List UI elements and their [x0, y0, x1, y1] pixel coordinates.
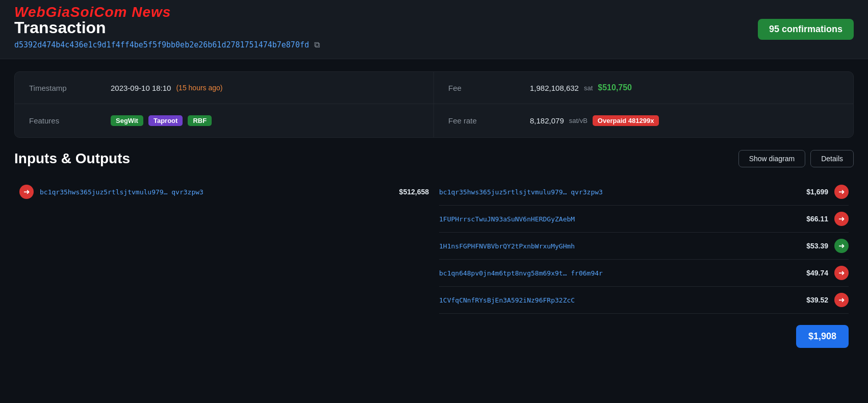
io-actions: Show diagram Details — [738, 150, 854, 167]
output-arrow-icon-4: ➜ — [834, 293, 849, 307]
output-amount-4: $39.52 — [801, 296, 828, 304]
output-arrow-icon-0: ➜ — [834, 185, 849, 199]
fee-rate-label: Fee rate — [448, 116, 530, 125]
badge-segwit: SegWit — [111, 115, 143, 126]
fee-value: 1,982,108,632 sat $510,750 — [530, 83, 632, 92]
tx-hash: d5392d474b4c436e1c9d1f4ff4be5f5f9bb0eb2e… — [14, 40, 309, 49]
output-item-0: bc1qr35hws365juz5rtlsjtvmulu979… qvr3zpw… — [439, 179, 849, 206]
info-card: Timestamp 2023-09-10 18:10 (15 hours ago… — [14, 71, 854, 138]
output-arrow-icon-3: ➜ — [834, 266, 849, 280]
badge-rbf: RBF — [188, 115, 212, 126]
output-item-4: 1CVfqCNnfRYsBjEn3A592iNz96FRp32ZcC $39.5… — [439, 287, 849, 314]
io-section: Inputs & Outputs Show diagram Details ➜ … — [14, 150, 854, 353]
output-amount-2: $53.39 — [801, 242, 828, 250]
input-item-0: ➜ bc1qr35hws365juz5rtlsjtvmulu979… qvr3z… — [19, 179, 429, 205]
output-arrow-icon-1: ➜ — [834, 212, 849, 226]
timestamp-date: 2023-09-10 18:10 — [111, 84, 171, 92]
fee-row: Fee 1,982,108,632 sat $510,750 — [434, 72, 853, 104]
inputs-col: ➜ bc1qr35hws365juz5rtlsjtvmulu979… qvr3z… — [14, 179, 434, 353]
fee-rate-row: Fee rate 8,182,079 sat/vB Overpaid 48129… — [434, 104, 853, 137]
total-badge: $1,908 — [796, 325, 849, 348]
output-item-3: bc1qn648pv0jn4m6tpt8nvg58m69x9t… fr06m94… — [439, 260, 849, 287]
fee-rate-unit: sat/vB — [569, 117, 588, 124]
fee-sat-value: 1,982,108,632 — [530, 84, 579, 92]
features-label: Features — [29, 116, 111, 125]
io-title: Inputs & Outputs — [14, 150, 130, 167]
header-left: WebGiaSoiCom News Transaction d5392d474b… — [14, 9, 320, 49]
timestamp-row: Timestamp 2023-09-10 18:10 (15 hours ago… — [15, 72, 434, 104]
input-amount-0: $512,658 — [394, 188, 429, 196]
features-value: SegWit Taproot RBF — [111, 115, 212, 126]
input-address-0[interactable]: bc1qr35hws365juz5rtlsjtvmulu979… qvr3zpw… — [40, 188, 388, 196]
site-brand: WebGiaSoiCom News — [14, 5, 171, 19]
outputs-col: bc1qr35hws365juz5rtlsjtvmulu979… qvr3zpw… — [434, 179, 854, 353]
tx-hash-row: d5392d474b4c436e1c9d1f4ff4be5f5f9bb0eb2e… — [14, 40, 320, 49]
output-item-1: 1FUPHrrscTwuJN93aSuNV6nHERDGyZAebM $66.1… — [439, 206, 849, 233]
timestamp-label: Timestamp — [29, 84, 111, 92]
output-address-1[interactable]: 1FUPHrrscTwuJN93aSuNV6nHERDGyZAebM — [439, 215, 795, 223]
output-address-3[interactable]: bc1qn648pv0jn4m6tpt8nvg58m69x9t… fr06m94… — [439, 269, 795, 277]
fee-fiat: $510,750 — [598, 83, 632, 92]
output-item-2: 1H1nsFGPHFNVBVbrQY2tPxnbWrxuMyGHmh $53.3… — [439, 233, 849, 260]
fee-label: Fee — [448, 84, 530, 92]
fee-sat-unit: sat — [584, 84, 593, 92]
copy-icon[interactable]: ⧉ — [314, 40, 320, 49]
header: WebGiaSoiCom News Transaction d5392d474b… — [0, 0, 868, 59]
output-arrow-icon-2: ➜ — [834, 239, 849, 253]
input-arrow-icon-0: ➜ — [19, 185, 34, 199]
fee-rate-number: 8,182,079 — [530, 116, 564, 125]
badge-taproot: Taproot — [148, 115, 183, 126]
show-diagram-button[interactable]: Show diagram — [738, 150, 806, 167]
output-address-0[interactable]: bc1qr35hws365juz5rtlsjtvmulu979… qvr3zpw… — [439, 188, 795, 196]
timestamp-value: 2023-09-10 18:10 (15 hours ago) — [111, 84, 223, 92]
overpaid-badge: Overpaid 481299x — [593, 115, 659, 126]
io-grid: ➜ bc1qr35hws365juz5rtlsjtvmulu979… qvr3z… — [14, 179, 854, 353]
fee-rate-value: 8,182,079 sat/vB Overpaid 481299x — [530, 115, 659, 126]
output-address-2[interactable]: 1H1nsFGPHFNVBVbrQY2tPxnbWrxuMyGHmh — [439, 242, 795, 250]
output-amount-1: $66.11 — [801, 215, 828, 223]
io-header: Inputs & Outputs Show diagram Details — [14, 150, 854, 167]
confirmations-badge: 95 confirmations — [758, 19, 854, 40]
features-row: Features SegWit Taproot RBF — [15, 104, 434, 137]
page-title: Transaction — [14, 18, 320, 37]
output-amount-0: $1,699 — [801, 188, 828, 196]
output-address-4[interactable]: 1CVfqCNnfRYsBjEn3A592iNz96FRp32ZcC — [439, 296, 795, 304]
timestamp-relative: (15 hours ago) — [176, 84, 222, 92]
details-button[interactable]: Details — [810, 150, 854, 167]
total-row: $1,908 — [439, 314, 849, 353]
output-amount-3: $49.74 — [801, 269, 828, 277]
